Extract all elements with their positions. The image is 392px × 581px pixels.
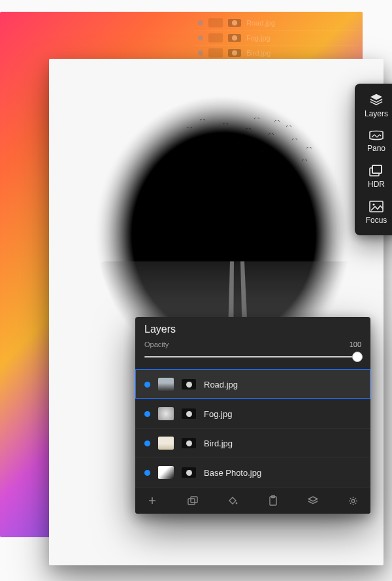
layer-name: Road.jpg	[204, 380, 238, 390]
layers-panel[interactable]: Layers Opacity 100 Road.jpg Fog.jpg Bird…	[135, 317, 370, 514]
layer-thumbnail	[158, 466, 174, 479]
focus-picture-icon	[369, 201, 384, 212]
layer-row[interactable]: Fog.jpg	[135, 399, 370, 428]
toolbar-hdr-button[interactable]: HDR	[355, 165, 392, 189]
status-dot	[198, 50, 203, 56]
layer-thumbnail	[158, 378, 174, 391]
clipboard-button[interactable]	[264, 493, 282, 508]
visibility-dot-icon[interactable]	[144, 411, 150, 417]
slider-thumb[interactable]	[352, 352, 363, 362]
visibility-dot-icon[interactable]	[144, 382, 150, 388]
status-dot	[198, 20, 203, 25]
layer-thumbnail	[208, 48, 223, 58]
layer-thumbnail	[208, 33, 223, 42]
toolbar-hdr-label: HDR	[368, 180, 385, 189]
toolbar-focus-label: Focus	[366, 216, 387, 225]
toolbar-layers-button[interactable]: Layers	[355, 93, 392, 118]
opacity-value: 100	[350, 340, 361, 348]
layers-panel-title: Layers	[135, 317, 370, 338]
layers-panel-footer	[135, 487, 370, 514]
layer-mask-icon	[228, 19, 241, 27]
layer-row[interactable]: Road.jpg	[135, 369, 370, 399]
toolbar-pano-button[interactable]: Pano	[355, 130, 392, 153]
svg-point-5	[372, 203, 374, 205]
layers-stack-button[interactable]	[304, 493, 322, 508]
svg-rect-9	[191, 497, 197, 503]
svg-rect-8	[188, 499, 195, 505]
layer-mask-icon[interactable]	[182, 379, 196, 390]
svg-point-10	[236, 503, 238, 505]
opacity-slider[interactable]	[144, 351, 361, 363]
svg-rect-2	[372, 165, 382, 173]
visibility-dot-icon[interactable]	[144, 440, 150, 446]
layer-name: Bird.jpg	[204, 439, 233, 448]
ghost-layer-row: Fog.jpg	[194, 31, 357, 46]
layer-name: Fog.jpg	[204, 409, 232, 419]
paint-bucket-button[interactable]	[223, 493, 242, 508]
toolbar-focus-button[interactable]: Focus	[355, 201, 392, 225]
layer-mask-icon	[228, 34, 241, 42]
ghost-layer-name: Road.jpg	[246, 19, 275, 27]
opacity-row: Opacity 100	[135, 338, 370, 350]
opacity-label: Opacity	[144, 340, 169, 348]
layer-thumbnail	[158, 407, 174, 420]
feature-toolbar: Layers Pano HDR	[355, 84, 392, 235]
visibility-dot-icon[interactable]	[144, 470, 150, 476]
add-layer-button[interactable]	[143, 493, 161, 508]
artwork-birds-flock	[180, 111, 323, 190]
ghost-layer-name: Fog.jpg	[246, 34, 270, 42]
toolbar-pano-label: Pano	[367, 144, 385, 153]
slider-track	[144, 356, 361, 357]
svg-marker-13	[308, 497, 318, 501]
svg-point-14	[352, 499, 355, 503]
layer-mask-icon	[228, 49, 241, 57]
hdr-stack-icon	[369, 165, 384, 176]
layer-thumbnail	[208, 18, 223, 27]
layer-row[interactable]: Bird.jpg	[135, 428, 370, 457]
toolbar-layers-label: Layers	[365, 109, 388, 118]
layers-list: Road.jpg Fog.jpg Bird.jpg Base Photo.jpg	[135, 369, 370, 487]
svg-marker-0	[370, 94, 382, 100]
layers-stack-icon	[369, 93, 384, 106]
duplicate-layer-button[interactable]	[184, 493, 202, 508]
layer-mask-icon[interactable]	[182, 408, 196, 419]
layer-mask-icon[interactable]	[182, 467, 196, 478]
layer-mask-icon[interactable]	[182, 438, 196, 448]
settings-gear-button[interactable]	[344, 493, 363, 508]
ghost-layer-name: Bird.jpg	[246, 49, 270, 57]
status-dot	[198, 35, 203, 41]
ghost-layer-row: Road.jpg	[194, 16, 357, 31]
ghost-layer-list: Road.jpg Fog.jpg Bird.jpg	[189, 12, 363, 66]
layer-name: Base Photo.jpg	[204, 468, 261, 478]
layer-thumbnail	[158, 437, 174, 450]
panorama-icon	[368, 130, 384, 141]
layer-row[interactable]: Base Photo.jpg	[135, 457, 370, 487]
